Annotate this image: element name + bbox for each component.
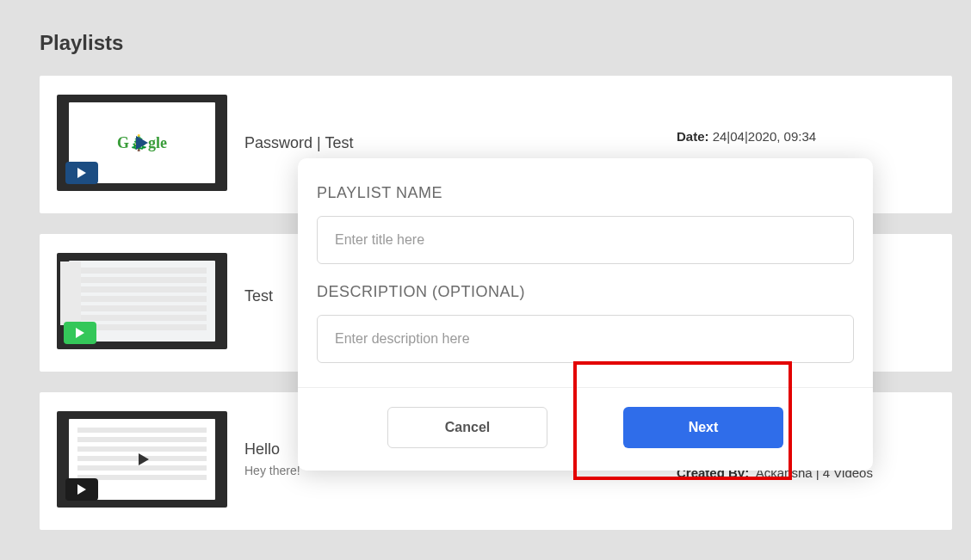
playlist-info: Password | Test [244,95,659,157]
playlist-name-input[interactable] [317,216,854,264]
play-icon [77,484,86,495]
modal-footer: Cancel Next [298,387,873,471]
create-playlist-modal: PLAYLIST NAME DESCRIPTION (OPTIONAL) Can… [298,158,873,471]
date-label: Date: [677,129,709,144]
page-title: Playlists [0,0,971,76]
play-icon [77,168,86,178]
play-icon [76,328,84,338]
playlist-thumbnail[interactable] [57,411,227,508]
play-badge[interactable] [65,162,98,184]
playlist-thumbnail[interactable] [57,253,227,349]
play-icon [136,136,148,150]
next-button[interactable]: Next [623,407,783,448]
playlist-title: Password | Test [244,134,659,152]
description-label: DESCRIPTION (OPTIONAL) [317,283,854,301]
playlist-thumbnail[interactable]: G🎄gle [57,95,227,191]
date-value: 24|04|2020, 09:34 [713,129,816,144]
play-icon [139,453,149,465]
description-input[interactable] [317,315,854,363]
play-badge[interactable] [64,322,96,344]
play-badge[interactable] [65,478,98,501]
cancel-button[interactable]: Cancel [387,407,547,448]
playlist-name-label: PLAYLIST NAME [317,184,854,202]
playlist-meta: Date: 24|04|2020, 09:34 [677,95,935,156]
